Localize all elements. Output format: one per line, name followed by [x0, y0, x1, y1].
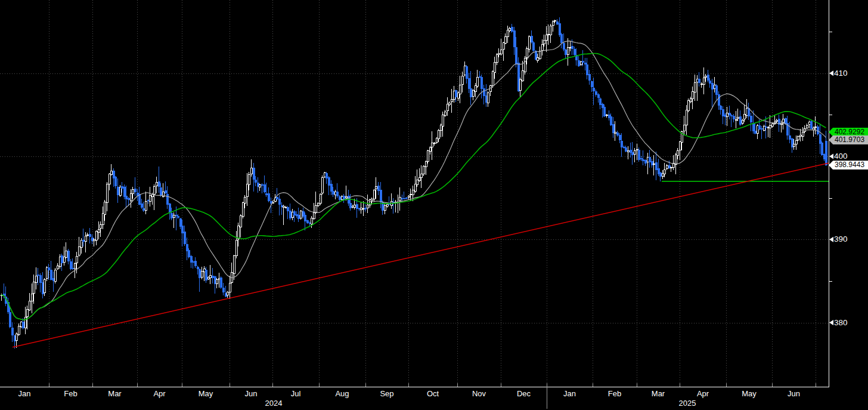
month-label: Jan — [546, 390, 594, 398]
month-label: Apr — [136, 390, 184, 398]
month-label: Jul — [272, 390, 320, 398]
month-label: Mar — [634, 390, 682, 398]
ytick-arrow-icon — [829, 237, 833, 242]
year-label-2024: 2024 — [250, 399, 297, 408]
price-tag-short-ma: 401.9703 — [829, 135, 868, 144]
axes-layer — [0, 0, 832, 409]
ytick-380: 380 — [834, 318, 848, 328]
long-ma-line — [1, 54, 826, 320]
price-chart[interactable] — [0, 0, 868, 410]
month-label: Apr — [679, 390, 727, 398]
candles-layer — [1, 17, 827, 349]
ytick-410: 410 — [834, 69, 848, 78]
month-label: Mar — [91, 390, 139, 398]
chart-window: Jan Feb Mar Apr May Jun Jul Aug Sep Oct … — [0, 0, 868, 410]
month-label: May — [182, 390, 230, 398]
ytick-arrow-icon — [829, 320, 833, 325]
year-label-2025: 2025 — [664, 399, 711, 408]
month-label: May — [726, 390, 773, 398]
ytick-arrow-icon — [829, 70, 833, 76]
ytick-390: 390 — [834, 235, 848, 244]
price-tag-long-ma: 402.9292 — [829, 128, 868, 137]
month-label: Nov — [455, 390, 503, 398]
month-label: Feb — [591, 390, 638, 398]
month-label: Jan — [1, 390, 48, 398]
month-label: Sep — [363, 390, 411, 398]
month-label: Jun — [227, 390, 275, 398]
month-label: Dec — [500, 390, 548, 398]
ytick-arrow-icon — [829, 154, 833, 159]
short-ma-line — [1, 41, 826, 320]
price-tag-last-price: 398.9443 — [829, 161, 868, 169]
month-label: Jun — [770, 390, 818, 398]
ytick-400: 400 — [834, 152, 848, 161]
month-label: Aug — [318, 390, 366, 398]
month-label: Oct — [409, 390, 457, 398]
month-label: Feb — [47, 390, 95, 398]
